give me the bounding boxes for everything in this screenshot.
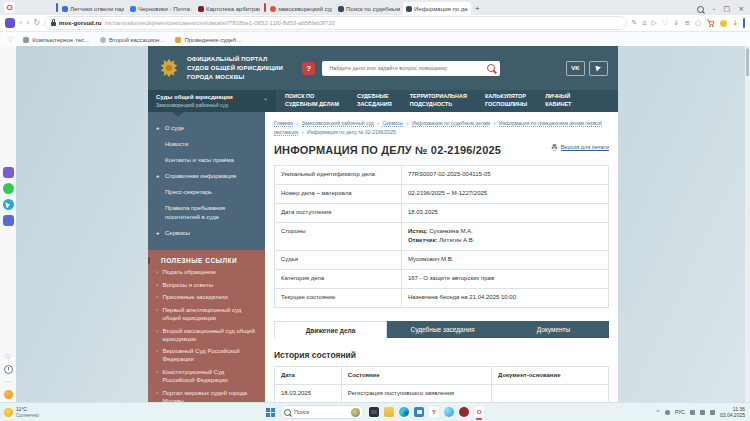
tab-3[interactable]: Картотека арбитражны… — [195, 2, 263, 15]
swoosh-app-icon[interactable] — [444, 407, 454, 417]
minimize-button[interactable]: – — [712, 5, 716, 13]
print-version-link[interactable]: Версия для печати — [551, 144, 609, 151]
vk-button[interactable]: VK — [566, 61, 585, 76]
search-icon[interactable] — [487, 64, 495, 72]
taskview-icon[interactable] — [369, 407, 379, 417]
useful-link-jurors[interactable]: › Присяжные заседатели — [156, 289, 257, 302]
forward-button[interactable]: › — [26, 19, 29, 27]
sidebar-item-reference[interactable]: + Справочная информация — [148, 168, 265, 184]
telegram-button[interactable] — [589, 61, 608, 76]
reload-button[interactable]: ↻ — [33, 19, 40, 27]
telegram-icon[interactable] — [3, 199, 14, 210]
tab-case-movement[interactable]: Движение дела — [274, 321, 387, 339]
breadcrumb-home[interactable]: Главная — [274, 120, 293, 127]
nav-item-hearings[interactable]: СУДЕБНЫЕ ЗАСЕДАНИЯ — [348, 90, 401, 112]
network-icon[interactable] — [690, 410, 695, 415]
help-button[interactable]: ? — [302, 62, 315, 75]
bookmark-2[interactable]: Второй кассацион… — [100, 37, 165, 43]
close-button[interactable]: × — [738, 5, 744, 13]
favorite-icon[interactable]: ♡ — [662, 19, 668, 27]
yandex-icon[interactable]: Y — [429, 407, 439, 417]
tab-6-active[interactable]: Информация по делу № — [403, 2, 471, 15]
opera-taskbar-icon[interactable]: O — [474, 407, 484, 417]
edge-icon[interactable] — [399, 407, 409, 417]
cart-extension-icon[interactable] — [706, 19, 715, 28]
reader-icon[interactable]: ≡ — [684, 19, 690, 27]
vk-messenger-icon[interactable] — [3, 215, 14, 226]
useful-link-constitutional-court[interactable]: › Конституционный Суд Российской Федерац… — [156, 364, 257, 385]
extension-icon[interactable] — [720, 20, 727, 27]
opera-side-rail: ♡ ⋯ — [0, 46, 16, 403]
page-scrollbar[interactable] — [745, 46, 750, 403]
tab-group-indicator-red[interactable] — [264, 3, 266, 12]
sidebar-item-about[interactable]: + О суде — [148, 120, 265, 136]
taskbar-search[interactable]: Поиск — [280, 405, 364, 419]
sidebar-item-visitor-rules[interactable]: Правила пребывания посетителей в суде — [148, 200, 265, 224]
useful-link-supreme-court[interactable]: › Верховный Суд Российской Федерации — [156, 343, 257, 364]
whatsapp-icon[interactable] — [3, 183, 14, 194]
downloads-button[interactable]: ↓ — [732, 19, 738, 27]
edit-icon[interactable]: ✎ — [631, 19, 637, 27]
sidebar-item-services[interactable]: + Сервисы — [148, 225, 265, 241]
tab-1[interactable]: Летчики отвели падающ… — [59, 2, 127, 15]
breadcrumb-court[interactable]: Замоскворецкий районный суд — [302, 120, 374, 127]
history-icon[interactable] — [4, 365, 13, 374]
bookmarks-heart-icon[interactable]: ♡ — [7, 36, 13, 44]
expand-icon[interactable]: + — [156, 172, 161, 180]
store-icon[interactable] — [414, 407, 424, 417]
tab-group-indicator-blue[interactable] — [56, 3, 58, 12]
expand-icon[interactable]: + — [156, 229, 161, 237]
nav-item-fee-calculator[interactable]: КАЛЬКУЛЯТОР ГОСПОШЛИНЫ — [476, 90, 536, 112]
battery-icon[interactable] — [710, 410, 715, 415]
weather-widget[interactable]: 11°C Солнечно — [0, 406, 39, 419]
maroon-app-icon[interactable] — [459, 407, 469, 417]
favorites-icon[interactable]: ♡ — [5, 353, 11, 361]
site-search-input[interactable] — [327, 64, 484, 72]
tab-4[interactable]: замоскворецкий суд — З… — [267, 2, 335, 15]
court-selector[interactable]: Суды общей юрисдикции ⌄ Замоскворецкий р… — [148, 90, 276, 112]
useful-link-magistrates-portal[interactable]: › Портал мировых судей города Москвы — [156, 384, 257, 403]
onedrive-icon[interactable] — [665, 410, 670, 415]
play-icon[interactable]: ▷ — [652, 19, 657, 27]
useful-link-faq[interactable]: › Вопросы и ответы — [156, 276, 257, 289]
breadcrumb-case-info[interactable]: Информация по судебным делам — [412, 120, 490, 127]
profile-icon[interactable]: ○ — [695, 19, 701, 27]
tab-court-hearings[interactable]: Судебные заседания — [387, 321, 498, 338]
sidebar-item-contacts[interactable]: Контакты и часы приёма — [148, 152, 265, 168]
sidebar-panel-toggle[interactable] — [743, 18, 745, 28]
bookmark-1[interactable]: Компьютерное тес… — [23, 37, 90, 43]
start-button[interactable] — [266, 408, 275, 417]
language-indicator[interactable]: РУС — [675, 409, 685, 415]
taskbar-clock[interactable]: 11:36 03.04.2025 — [720, 406, 745, 419]
tab-documents[interactable]: Документы — [498, 321, 609, 338]
workspace-icon[interactable] — [5, 18, 15, 28]
tray-chevron-icon[interactable]: ^ — [656, 409, 660, 415]
download-icon[interactable]: ↓ — [673, 19, 679, 27]
new-tab-button[interactable]: + — [475, 4, 480, 13]
opera-menu-button[interactable]: O — [4, 2, 15, 13]
nav-item-personal-cabinet[interactable]: ЛИЧНЫЙ КАБИНЕТ — [536, 90, 580, 112]
bookmark-3[interactable]: Проведение судеб… — [175, 37, 242, 43]
tab-5[interactable]: Поиск по судебным дел… — [335, 2, 403, 15]
tab-2[interactable]: Черновики - Почта Mail — [127, 2, 195, 15]
useful-link-submit-appeal[interactable]: › Подать обращение — [156, 264, 257, 277]
sidebar-item-news[interactable]: Новости — [148, 136, 265, 152]
url-field[interactable]: mos-gorsud.ru /rs/zamoskvoreckij/service… — [44, 16, 627, 30]
useful-link-second-cassation[interactable]: › Второй кассационный суд общей юрисдикц… — [156, 322, 257, 343]
file-explorer-icon[interactable] — [384, 407, 394, 417]
tab-search-icon[interactable] — [697, 6, 704, 13]
aria-ai-icon[interactable] — [3, 167, 14, 178]
expand-icon[interactable]: + — [156, 124, 161, 132]
notification-dot-icon[interactable] — [4, 390, 13, 399]
breadcrumb-services[interactable]: Сервисы — [382, 120, 403, 127]
scrollbar-thumb[interactable] — [746, 48, 749, 76]
volume-icon[interactable] — [700, 410, 705, 415]
nav-item-jurisdiction[interactable]: ТЕРРИТОРИАЛЬНАЯ ПОДСУДНОСТЬ — [401, 90, 476, 112]
useful-link-first-appellate[interactable]: › Первый апелляционный суд общей юрисдик… — [156, 301, 257, 322]
sidebar-item-press-secretary[interactable]: Пресс-секретарь — [148, 184, 265, 200]
nav-item-case-search[interactable]: ПОИСК ПО СУДЕБНЫМ ДЕЛАМ — [276, 90, 348, 112]
maximize-button[interactable]: □ — [724, 5, 731, 13]
more-options-icon[interactable]: ⋯ — [5, 378, 12, 386]
home-icon[interactable]: ⌂ — [642, 19, 646, 27]
back-button[interactable]: ‹ — [19, 19, 22, 27]
